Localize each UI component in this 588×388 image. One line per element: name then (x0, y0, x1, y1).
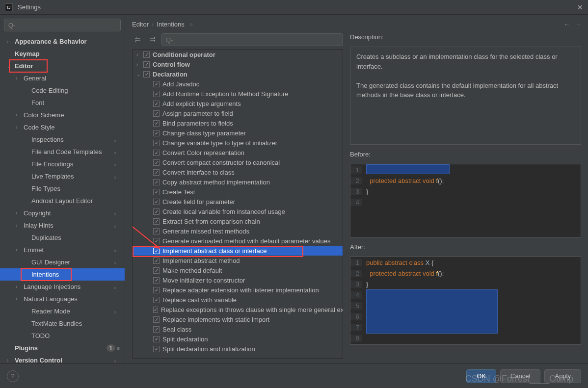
popup-icon[interactable]: ▫ (190, 21, 193, 28)
sidebar-item-file-encodings[interactable]: File Encodings▫ (0, 158, 125, 170)
checkbox[interactable] (153, 267, 160, 274)
checkbox[interactable] (153, 208, 160, 215)
intention-row[interactable]: ›Control flow (133, 59, 343, 69)
back-icon[interactable]: ← (563, 21, 570, 28)
intention-row[interactable]: Create field for parameter (133, 197, 343, 207)
intention-row[interactable]: Extract Set from comparison chain (133, 216, 343, 226)
intention-row[interactable]: ›Conditional operator (133, 50, 343, 59)
sidebar-item-inlay-hints[interactable]: ›Inlay Hints▫ (0, 219, 125, 232)
sidebar-item-live-templates[interactable]: Live Templates▫ (0, 170, 125, 182)
intention-row[interactable]: Assign parameter to field (133, 108, 343, 118)
checkbox[interactable] (153, 307, 158, 313)
intention-row[interactable]: Bind parameters to fields (133, 118, 343, 128)
checkbox[interactable] (153, 179, 160, 185)
sidebar-item-textmate-bundles[interactable]: TextMate Bundles (0, 317, 125, 330)
checkbox[interactable] (153, 169, 160, 176)
sidebar-item-file-and-code-templates[interactable]: File and Code Templates▫ (0, 146, 125, 158)
sidebar-item-natural-languages[interactable]: ›Natural Languages (0, 293, 125, 305)
sidebar-item-file-types[interactable]: File Types (0, 182, 125, 195)
expand-all-icon[interactable] (132, 34, 144, 46)
intention-row[interactable]: Implement abstract method (133, 256, 343, 265)
sidebar-item-editor[interactable]: ⌄Editor (0, 60, 125, 72)
intention-row[interactable]: Create local variable from instanceof us… (133, 207, 343, 216)
sidebar-item-language-injections[interactable]: ›Language Injections▫ (0, 281, 125, 293)
sidebar-item-plugins[interactable]: Plugins1 ≡ (0, 342, 125, 354)
intention-row[interactable]: Replace cast with variable (133, 295, 343, 305)
intention-row[interactable]: Convert interface to class (133, 167, 343, 177)
checkbox[interactable] (153, 120, 160, 127)
cancel-button[interactable]: Cancel (500, 369, 540, 383)
sidebar-item-android-layout-editor[interactable]: Android Layout Editor (0, 195, 125, 207)
checkbox[interactable] (153, 228, 160, 234)
sidebar-item-inspections[interactable]: Inspections▫ (0, 133, 125, 146)
intention-row[interactable]: Generate missed test methods (133, 226, 343, 236)
sidebar-item-general[interactable]: ›General (0, 72, 125, 84)
intention-row[interactable]: Replace implements with static import (133, 314, 343, 324)
intention-row[interactable]: Implement abstract class or interface (133, 246, 343, 256)
checkbox[interactable] (143, 71, 150, 78)
checkbox[interactable] (143, 52, 150, 58)
intention-row[interactable]: Make method default (133, 265, 343, 275)
checkbox[interactable] (153, 326, 160, 333)
intention-row[interactable]: Add explicit type arguments (133, 99, 343, 108)
intention-row[interactable]: Generate overloaded method with default … (133, 236, 343, 246)
intention-row[interactable]: ⌄Declaration (133, 69, 343, 79)
sidebar-item-version-control[interactable]: ›Version Control▫ (0, 354, 125, 363)
sidebar-item-color-scheme[interactable]: ›Color Scheme (0, 109, 125, 121)
sidebar-item-todo[interactable]: TODO (0, 330, 125, 342)
checkbox[interactable] (153, 189, 160, 195)
checkbox[interactable] (153, 91, 160, 97)
checkbox[interactable] (153, 316, 160, 323)
checkbox[interactable] (153, 238, 160, 244)
intention-row[interactable]: Move initializer to constructor (133, 275, 343, 285)
settings-search-input[interactable] (4, 19, 121, 31)
checkbox[interactable] (153, 277, 160, 284)
checkbox[interactable] (153, 248, 160, 254)
checkbox[interactable] (153, 199, 160, 205)
apply-button[interactable]: Apply (544, 369, 581, 383)
intention-row[interactable]: Split declaration (133, 334, 343, 344)
help-icon[interactable]: ? (7, 370, 19, 382)
intention-row[interactable]: Change variable type to type of initiali… (133, 138, 343, 148)
intention-row[interactable]: Add Runtime Exception to Method Signatur… (133, 89, 343, 99)
sidebar-item-copyright[interactable]: ›Copyright▫ (0, 207, 125, 219)
intention-tree[interactable]: ›Conditional operator›Control flow⌄Decla… (132, 49, 343, 359)
collapse-all-icon[interactable] (147, 34, 159, 46)
sidebar-item-font[interactable]: Font (0, 97, 125, 109)
checkbox[interactable] (153, 101, 160, 107)
checkbox[interactable] (153, 150, 160, 156)
intention-row[interactable]: Convert compact constructor to canonical (133, 157, 343, 167)
sidebar-item-intentions[interactable]: Intentions (0, 268, 125, 281)
sidebar-item-emmet[interactable]: ›Emmet▫ (0, 244, 125, 256)
checkbox[interactable] (153, 287, 160, 293)
checkbox[interactable] (153, 81, 160, 87)
checkbox[interactable] (153, 258, 160, 264)
intention-filter-input[interactable] (161, 33, 343, 46)
checkbox[interactable] (153, 297, 160, 303)
checkbox[interactable] (153, 346, 160, 352)
checkbox[interactable] (153, 140, 160, 146)
sidebar-item-gui-designer[interactable]: GUI Designer▫ (0, 256, 125, 268)
checkbox[interactable] (153, 336, 160, 342)
intention-row[interactable]: Convert Color representation (133, 148, 343, 157)
ok-button[interactable]: OK (466, 369, 496, 383)
checkbox[interactable] (153, 110, 160, 117)
checkbox[interactable] (153, 130, 160, 136)
intention-row[interactable]: Replace adapter extension with listener … (133, 285, 343, 295)
settings-tree[interactable]: ›Appearance & BehaviorKeymap⌄Editor›Gene… (0, 35, 125, 363)
intention-row[interactable]: Change class type parameter (133, 128, 343, 138)
checkbox[interactable] (153, 218, 160, 225)
sidebar-item-code-style[interactable]: ›Code Style (0, 121, 125, 133)
sidebar-item-appearance-behavior[interactable]: ›Appearance & Behavior (0, 35, 125, 48)
sidebar-item-reader-mode[interactable]: Reader Mode▫ (0, 305, 125, 317)
intention-row[interactable]: Replace exceptions in throws clause with… (133, 305, 343, 314)
checkbox[interactable] (153, 159, 160, 166)
intention-row[interactable]: Create Test (133, 187, 343, 197)
breadcrumb-editor[interactable]: Editor (132, 21, 149, 28)
intention-row[interactable]: Split declaration and initialization (133, 344, 343, 354)
close-icon[interactable]: ✕ (577, 3, 583, 11)
sidebar-item-duplicates[interactable]: Duplicates (0, 232, 125, 244)
intention-row[interactable]: Seal class (133, 324, 343, 334)
intention-row[interactable]: Add Javadoc (133, 79, 343, 89)
forward-icon[interactable]: → (575, 21, 581, 28)
